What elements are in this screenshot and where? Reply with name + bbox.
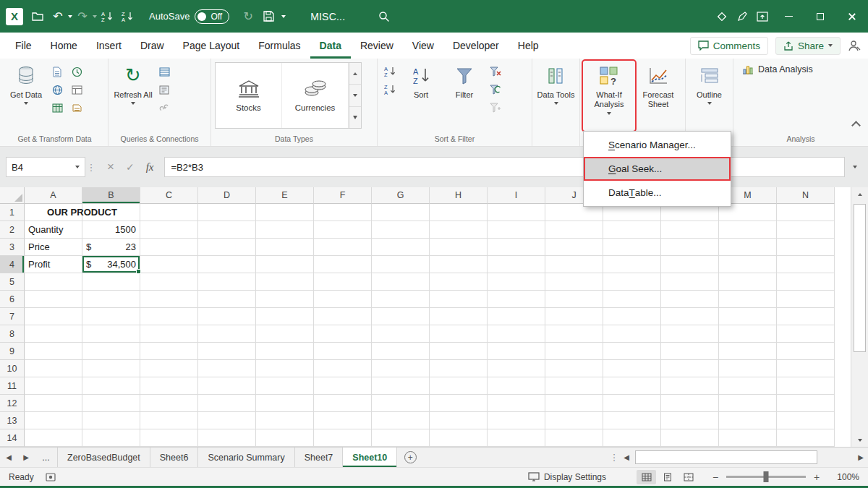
- tab-draw[interactable]: Draw: [131, 33, 174, 59]
- zoom-slider[interactable]: [726, 476, 806, 478]
- what-if-analysis-button[interactable]: ? What-If Analysis: [584, 61, 634, 130]
- cell-h14[interactable]: [430, 429, 488, 447]
- display-settings-button[interactable]: Display Settings: [528, 472, 606, 482]
- cell-l5[interactable]: [661, 273, 719, 291]
- row-header-2[interactable]: 2: [0, 221, 25, 239]
- cell-c14[interactable]: [140, 429, 198, 447]
- cell-m12[interactable]: [719, 395, 777, 412]
- search-icon[interactable]: [374, 5, 394, 28]
- cell-d6[interactable]: [198, 291, 256, 308]
- tab-developer[interactable]: Developer: [443, 33, 509, 59]
- cell-k13[interactable]: [603, 412, 661, 429]
- currencies-button[interactable]: Currencies: [282, 63, 349, 128]
- cell-n10[interactable]: [777, 360, 835, 377]
- sheet-tab-overflow[interactable]: ...: [35, 448, 58, 467]
- gallery-down-icon[interactable]: [349, 85, 361, 106]
- cell-h7[interactable]: [430, 308, 488, 325]
- cell-j3[interactable]: [545, 239, 603, 256]
- existing-connections-icon[interactable]: [68, 82, 85, 98]
- cell-b9[interactable]: [82, 343, 140, 360]
- cell-f11[interactable]: [314, 377, 372, 395]
- column-header-a[interactable]: A: [25, 187, 82, 204]
- select-all-corner[interactable]: [0, 187, 25, 204]
- cell-j5[interactable]: [545, 273, 603, 291]
- save-button[interactable]: [258, 5, 278, 28]
- cell-j2[interactable]: [545, 221, 603, 239]
- cell-d10[interactable]: [198, 360, 256, 377]
- cell-m7[interactable]: [719, 308, 777, 325]
- cell-a3[interactable]: Price: [25, 239, 82, 256]
- cell-m3[interactable]: [719, 239, 777, 256]
- cell-m11[interactable]: [719, 377, 777, 395]
- cell-j7[interactable]: [545, 308, 603, 325]
- cell-f6[interactable]: [314, 291, 372, 308]
- cell-h9[interactable]: [430, 343, 488, 360]
- cell-b12[interactable]: [82, 395, 140, 412]
- cell-a14[interactable]: [25, 429, 82, 447]
- sort-z-to-a-icon[interactable]: ZA: [381, 82, 399, 98]
- cell-f14[interactable]: [314, 429, 372, 447]
- queries-connections-icon[interactable]: [156, 64, 173, 80]
- row-header-14[interactable]: 14: [0, 429, 25, 447]
- cell-l10[interactable]: [661, 360, 719, 377]
- cell-k8[interactable]: [603, 325, 661, 343]
- cell-j9[interactable]: [545, 343, 603, 360]
- horizontal-scroll-track[interactable]: [634, 450, 854, 464]
- cell-f8[interactable]: [314, 325, 372, 343]
- row-header-6[interactable]: 6: [0, 291, 25, 308]
- cell-b7[interactable]: [82, 308, 140, 325]
- cell-m14[interactable]: [719, 429, 777, 447]
- cell-l8[interactable]: [661, 325, 719, 343]
- expand-formula-bar-icon[interactable]: [845, 166, 865, 168]
- minimize-button[interactable]: [773, 0, 804, 33]
- cell-d8[interactable]: [198, 325, 256, 343]
- cell-j14[interactable]: [545, 429, 603, 447]
- row-header-13[interactable]: 13: [0, 412, 25, 429]
- cell-l7[interactable]: [661, 308, 719, 325]
- cell-f10[interactable]: [314, 360, 372, 377]
- edit-links-icon[interactable]: [156, 100, 173, 116]
- vertical-scroll-thumb[interactable]: [854, 204, 866, 352]
- cell-a11[interactable]: [25, 377, 82, 395]
- cell-g8[interactable]: [372, 325, 430, 343]
- gallery-more-icon[interactable]: [349, 107, 361, 128]
- cell-h12[interactable]: [430, 395, 488, 412]
- row-header-1[interactable]: 1: [0, 204, 25, 221]
- clear-filter-icon[interactable]: [487, 64, 504, 80]
- cell-m10[interactable]: [719, 360, 777, 377]
- cell-b5[interactable]: [82, 273, 140, 291]
- cell-n14[interactable]: [777, 429, 835, 447]
- vertical-scroll-track[interactable]: [851, 201, 868, 433]
- cell-h3[interactable]: [430, 239, 488, 256]
- new-sheet-button[interactable]: [397, 448, 423, 467]
- cell-n4[interactable]: [777, 256, 835, 273]
- cell-a12[interactable]: [25, 395, 82, 412]
- cell-k14[interactable]: [603, 429, 661, 447]
- cell-c11[interactable]: [140, 377, 198, 395]
- cell-d7[interactable]: [198, 308, 256, 325]
- refresh-all-button[interactable]: ↻ Refresh All: [112, 61, 154, 130]
- cell-d12[interactable]: [198, 395, 256, 412]
- cell-h1[interactable]: [430, 204, 488, 221]
- tab-help[interactable]: Help: [509, 33, 548, 59]
- cell-n1[interactable]: [777, 204, 835, 221]
- cell-h13[interactable]: [430, 412, 488, 429]
- sheet-nav-left-icon[interactable]: [0, 448, 17, 467]
- cell-a9[interactable]: [25, 343, 82, 360]
- cell-c9[interactable]: [140, 343, 198, 360]
- cell-b14[interactable]: [82, 429, 140, 447]
- cell-n7[interactable]: [777, 308, 835, 325]
- redo-button[interactable]: [72, 5, 93, 28]
- cell-e8[interactable]: [256, 325, 314, 343]
- cell-j4[interactable]: [545, 256, 603, 273]
- tab-data[interactable]: Data: [310, 33, 351, 59]
- cell-m6[interactable]: [719, 291, 777, 308]
- cell-a6[interactable]: [25, 291, 82, 308]
- cell-f1[interactable]: [314, 204, 372, 221]
- tab-file[interactable]: File: [6, 33, 41, 59]
- cell-e7[interactable]: [256, 308, 314, 325]
- cell-h11[interactable]: [430, 377, 488, 395]
- cell-k9[interactable]: [603, 343, 661, 360]
- cell-b6[interactable]: [82, 291, 140, 308]
- cell-l11[interactable]: [661, 377, 719, 395]
